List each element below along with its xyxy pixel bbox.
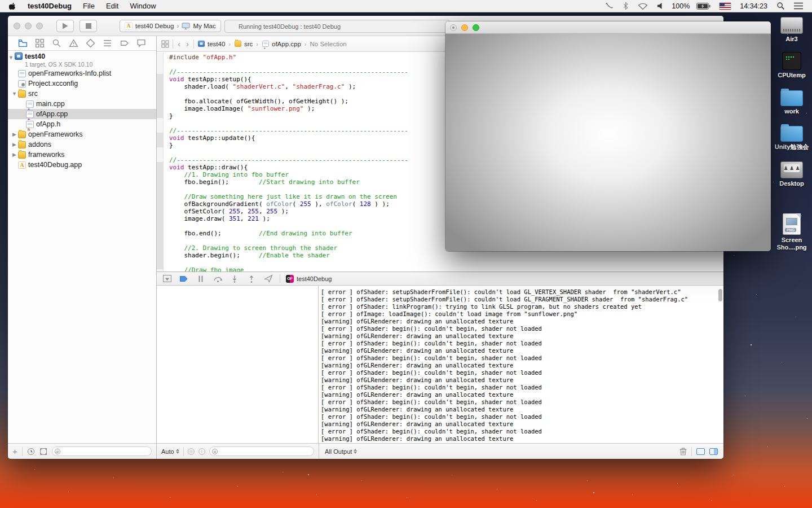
- step-over-icon[interactable]: [212, 274, 223, 284]
- menu-file[interactable]: File: [77, 2, 100, 10]
- disclosure-triangle-icon[interactable]: ▼: [8, 52, 14, 60]
- disclosure-triangle-icon[interactable]: ▶: [11, 132, 17, 137]
- navigator-tab-bar: [8, 36, 156, 51]
- jumpbar-crumb-group[interactable]: src: [234, 40, 253, 47]
- navigator-item-openframeworks[interactable]: ▶openFrameworks: [8, 129, 156, 139]
- minimize-button[interactable]: [461, 24, 468, 31]
- console-scrollbar[interactable]: [718, 289, 722, 301]
- step-into-icon[interactable]: [229, 274, 240, 284]
- code-folding-ribbon[interactable]: [157, 52, 164, 272]
- jumpbar-crumb-project[interactable]: test40: [197, 40, 225, 47]
- zoom-button[interactable]: [473, 24, 479, 31]
- navigator-item-label: openFrameworks-Info.plist: [28, 69, 111, 77]
- menu-bar-clock[interactable]: 14:34:23: [735, 2, 772, 10]
- desktop-icon-screen-sho-png[interactable]: PNGScreen Sho....png: [774, 213, 810, 251]
- navigator-item-frameworks[interactable]: ▶frameworks: [8, 150, 156, 160]
- code-line: void testApp::update(){: [169, 134, 408, 142]
- info-icon[interactable]: i: [198, 448, 205, 455]
- symbol-navigator-tab[interactable]: [34, 37, 46, 50]
- debug-console[interactable]: [ error ] ofShader: setupShaderFromFile(…: [319, 286, 723, 443]
- show-console-toggle[interactable]: [709, 448, 718, 455]
- bluetooth-icon[interactable]: [618, 2, 633, 10]
- jumpbar-crumb-file[interactable]: + ofApp.cpp: [262, 40, 301, 47]
- related-items-icon[interactable]: [161, 40, 169, 48]
- recent-files-icon[interactable]: [27, 448, 35, 456]
- input-language-flag-icon[interactable]: [715, 3, 735, 10]
- folder-icon: [18, 141, 26, 148]
- volume-icon[interactable]: [652, 2, 669, 10]
- folder-icon: [18, 90, 26, 98]
- console-line: [ error ] ofShader: setupShaderFromFile(…: [321, 296, 688, 303]
- show-variables-view-toggle[interactable]: [696, 448, 705, 455]
- desktop-icon-air3[interactable]: Air3: [774, 17, 810, 43]
- variables-scope-popup[interactable]: Auto: [161, 448, 179, 455]
- console-line: [ error ] ofShader: begin(): couldn't be…: [321, 369, 688, 376]
- stop-button[interactable]: [80, 20, 97, 32]
- add-button[interactable]: +: [12, 446, 17, 456]
- disclosure-triangle-icon[interactable]: ▶: [11, 152, 17, 157]
- step-out-icon[interactable]: [246, 274, 257, 284]
- navigator-item-ofapp-h[interactable]: hofApp.h: [8, 119, 156, 129]
- zoom-button[interactable]: [36, 23, 43, 29]
- navigator-item-project-xcconfig[interactable]: Project.xcconfig: [8, 78, 156, 89]
- watch-icon[interactable]: ◎: [188, 448, 195, 455]
- project-subtitle: 1 target, OS X SDK 10.10: [25, 61, 92, 68]
- run-button[interactable]: [56, 20, 74, 32]
- simulate-location-icon[interactable]: [263, 274, 274, 284]
- desktop-icon-work[interactable]: work: [774, 87, 810, 115]
- navigator-item-main-cpp[interactable]: +main.cpp: [8, 99, 156, 109]
- menu-edit[interactable]: Edit: [100, 2, 124, 10]
- navigator-item-openframeworks-info-plist[interactable]: openFrameworks-Info.plist: [8, 68, 156, 78]
- forward-button[interactable]: ›: [185, 39, 190, 49]
- console-output-popup[interactable]: All Output: [325, 448, 357, 455]
- project-navigator-tab[interactable]: [17, 37, 29, 50]
- navigator-footer: +: [8, 443, 156, 459]
- wifi-icon[interactable]: [633, 2, 652, 10]
- navigator-item-src[interactable]: ▼src: [8, 89, 156, 99]
- find-navigator-tab[interactable]: [51, 37, 63, 50]
- desktop-icon-unity-[interactable]: Unity勉強会: [774, 123, 810, 151]
- scheme-selector[interactable]: A test40 Debug › My Mac: [120, 20, 221, 32]
- scm-status-icon[interactable]: [39, 448, 47, 456]
- app-window-titlebar[interactable]: [445, 21, 771, 34]
- notification-center-icon[interactable]: [789, 2, 807, 10]
- minimize-button[interactable]: [25, 23, 32, 29]
- variables-view[interactable]: [157, 286, 319, 443]
- desktop-icon-desktop[interactable]: Desktop: [774, 161, 810, 187]
- disclosure-triangle-icon[interactable]: ▶: [11, 142, 17, 147]
- jumpbar-crumb-selection[interactable]: No Selection: [310, 41, 346, 47]
- navigator-item-test40debug-app[interactable]: Atest40Debug.app: [8, 160, 156, 170]
- back-button[interactable]: ‹: [176, 39, 182, 49]
- desktop-icon-cputemp[interactable]: CPUtemp: [774, 52, 810, 79]
- disclosure-triangle-icon[interactable]: ▼: [11, 91, 17, 97]
- code-line: ofSetColor( 255, 255, 255 );: [169, 208, 408, 215]
- close-button[interactable]: [450, 24, 457, 31]
- issue-navigator-tab[interactable]: [68, 37, 80, 50]
- navigator-item-addons[interactable]: ▶addons: [8, 139, 156, 150]
- console-line: [ error ] ofShader: begin(): couldn't be…: [321, 384, 688, 391]
- debug-navigator-tab[interactable]: [101, 37, 113, 50]
- breakpoint-toggle-icon[interactable]: [178, 274, 189, 284]
- pause-icon[interactable]: [195, 274, 206, 284]
- navigator-filter-field[interactable]: [52, 446, 152, 456]
- breakpoint-navigator-tab[interactable]: [118, 37, 130, 50]
- battery-icon[interactable]: [692, 3, 715, 10]
- process-app-icon: OF: [286, 275, 294, 283]
- test-navigator-tab[interactable]: [84, 37, 96, 50]
- project-root-row[interactable]: ▼ test40 1 target, OS X SDK 10.10: [8, 51, 156, 68]
- variables-filter-field[interactable]: [209, 446, 314, 456]
- navigator-item-label: ofApp.h: [36, 120, 60, 128]
- spotlight-icon[interactable]: [772, 2, 789, 10]
- close-button[interactable]: [14, 23, 20, 29]
- phone-icon[interactable]: [601, 2, 618, 10]
- menu-window[interactable]: Window: [124, 2, 161, 10]
- hide-debug-area-icon[interactable]: [161, 274, 173, 284]
- debug-process[interactable]: OF test40Debug: [286, 275, 332, 283]
- code-line: image.draw( 351, 221 );: [169, 215, 408, 222]
- active-app-menu[interactable]: test40Debug: [22, 2, 77, 10]
- navigator-item-ofapp-cpp[interactable]: +ofApp.cpp: [8, 109, 156, 119]
- code-line: [169, 120, 408, 127]
- apple-menu-icon[interactable]: [0, 2, 22, 10]
- report-navigator-tab[interactable]: [135, 37, 147, 50]
- trash-icon[interactable]: [679, 447, 687, 456]
